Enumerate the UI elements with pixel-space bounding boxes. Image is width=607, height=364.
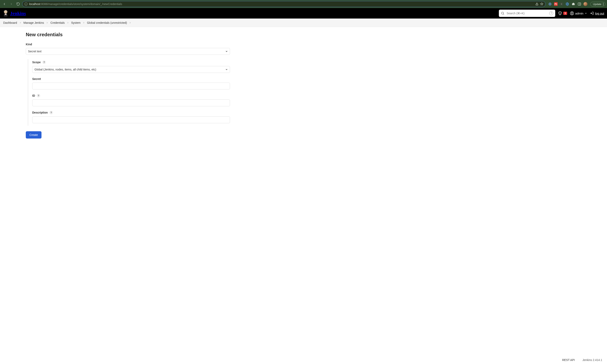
browser-chrome: i localhost:8088/manage/credentials/stor… bbox=[0, 0, 607, 8]
page-title: New credentials bbox=[26, 32, 230, 38]
extension-p1-icon[interactable]: P1 bbox=[554, 2, 558, 6]
breadcrumb-global-credentials[interactable]: Global credentials (unrestricted) bbox=[87, 20, 127, 25]
svg-rect-6 bbox=[4, 11, 5, 13]
svg-point-9 bbox=[6, 12, 6, 12]
extension-gear-icon[interactable] bbox=[565, 2, 569, 6]
scope-label: Scope bbox=[32, 61, 41, 64]
search-help-icon[interactable]: ? bbox=[549, 11, 553, 15]
main-content: New credentials Kind Secret text Scope ? bbox=[0, 27, 607, 356]
search-input[interactable] bbox=[506, 12, 547, 15]
id-help-icon[interactable]: ? bbox=[37, 94, 40, 97]
user-label: admin bbox=[575, 12, 583, 15]
logout-icon bbox=[590, 11, 594, 15]
svg-rect-7 bbox=[7, 11, 7, 13]
browser-forward-button[interactable] bbox=[8, 1, 14, 7]
search-box[interactable]: ? bbox=[499, 10, 555, 17]
extension-icon[interactable] bbox=[560, 2, 563, 6]
chevron-right-icon bbox=[128, 22, 132, 24]
id-label: ID bbox=[32, 94, 35, 97]
extensions-puzzle-icon[interactable] bbox=[571, 2, 575, 6]
svg-point-14 bbox=[572, 12, 573, 13]
svg-point-2 bbox=[561, 4, 562, 4]
secret-input[interactable] bbox=[32, 83, 230, 89]
kind-label: Kind bbox=[26, 43, 230, 46]
svg-point-3 bbox=[567, 4, 568, 5]
logout-link[interactable]: log out bbox=[590, 11, 604, 15]
url-text: localhost:8088/manage/credentials/store/… bbox=[29, 2, 534, 6]
jenkins-logo[interactable]: Jenkins bbox=[3, 10, 26, 17]
kind-select[interactable]: Secret text bbox=[26, 48, 230, 55]
breadcrumb-manage-jenkins[interactable]: Manage Jenkins bbox=[23, 20, 44, 25]
jenkins-version: Jenkins 2.414.1 bbox=[582, 358, 602, 362]
address-bar[interactable]: i localhost:8088/manage/credentials/stor… bbox=[22, 1, 546, 7]
scope-help-icon[interactable]: ? bbox=[42, 60, 46, 64]
jenkins-header: Jenkins ? 1 admin log out bbox=[0, 8, 607, 19]
url-host: localhost bbox=[29, 2, 40, 6]
scope-row: Scope ? Global (Jenkins, nodes, items, a… bbox=[32, 60, 230, 73]
id-input[interactable] bbox=[32, 99, 230, 106]
secret-row: Secret bbox=[32, 77, 230, 89]
alert-count-badge: 1 bbox=[563, 12, 567, 15]
svg-point-11 bbox=[501, 12, 504, 14]
update-label: Update bbox=[593, 3, 601, 6]
url-path: :8088/manage/credentials/store/system/do… bbox=[40, 2, 122, 6]
chevron-right-icon bbox=[18, 22, 22, 24]
id-row: ID ? bbox=[32, 94, 230, 106]
bookmark-star-icon[interactable] bbox=[540, 2, 543, 6]
jenkins-logo-icon bbox=[3, 10, 8, 17]
description-label: Description bbox=[32, 111, 48, 114]
browser-update-button[interactable]: Update bbox=[590, 2, 605, 6]
svg-point-12 bbox=[560, 14, 560, 14]
kind-row: Kind Secret text bbox=[26, 43, 230, 55]
description-input[interactable] bbox=[32, 116, 230, 123]
secret-label: Secret bbox=[32, 77, 41, 80]
site-info-icon[interactable]: i bbox=[24, 2, 27, 6]
browser-back-button[interactable] bbox=[2, 1, 7, 7]
search-icon bbox=[501, 12, 504, 15]
credential-details-block: Scope ? Global (Jenkins, nodes, items, a… bbox=[28, 59, 230, 126]
share-icon[interactable] bbox=[535, 2, 539, 6]
profile-avatar[interactable] bbox=[583, 2, 587, 6]
browser-reload-button[interactable] bbox=[15, 1, 21, 7]
shield-alert-icon bbox=[558, 11, 562, 15]
breadcrumbs: Dashboard Manage Jenkins Credentials Sys… bbox=[0, 19, 607, 27]
brand-text: Jenkins bbox=[10, 11, 26, 16]
user-menu[interactable]: admin bbox=[570, 11, 587, 15]
breadcrumb-dashboard[interactable]: Dashboard bbox=[3, 20, 17, 25]
alerts-button[interactable]: 1 bbox=[558, 11, 567, 15]
user-icon bbox=[570, 11, 574, 15]
chevron-right-icon bbox=[66, 22, 70, 24]
browser-extensions: P1 Update bbox=[548, 2, 605, 6]
scope-select[interactable]: Global (Jenkins, nodes, items, all child… bbox=[32, 66, 230, 73]
svg-point-8 bbox=[5, 12, 5, 12]
chevron-right-icon bbox=[45, 22, 49, 24]
chevron-right-icon bbox=[82, 22, 86, 24]
rest-api-link[interactable]: REST API bbox=[562, 358, 575, 362]
breadcrumb-credentials[interactable]: Credentials bbox=[50, 20, 65, 25]
side-panel-icon[interactable] bbox=[577, 2, 581, 6]
page-footer: REST API Jenkins 2.414.1 bbox=[0, 356, 607, 364]
chevron-down-icon bbox=[585, 12, 587, 14]
description-row: Description ? bbox=[32, 111, 230, 123]
description-help-icon[interactable]: ? bbox=[49, 111, 53, 114]
breadcrumb-system[interactable]: System bbox=[71, 20, 81, 25]
svg-rect-4 bbox=[578, 3, 581, 5]
browser-menu-icon[interactable] bbox=[603, 3, 604, 5]
extension-icon[interactable] bbox=[548, 2, 552, 6]
logout-label: log out bbox=[595, 12, 604, 15]
svg-rect-10 bbox=[5, 14, 6, 15]
create-button[interactable]: Create bbox=[26, 131, 41, 139]
